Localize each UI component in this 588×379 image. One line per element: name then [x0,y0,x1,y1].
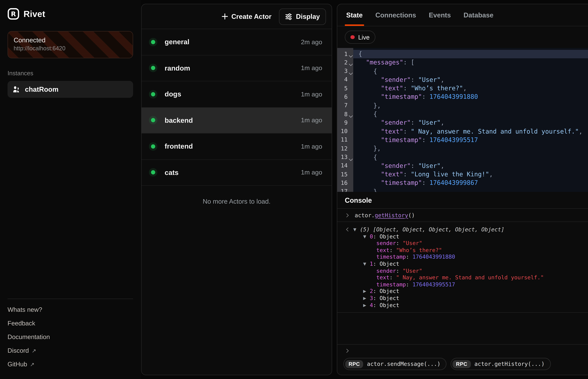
sidebar-item-instance[interactable]: chatRoom [8,81,133,98]
console-tree-row[interactable]: ▶ 4: Object [346,302,588,308]
triangle-icon[interactable]: ▶ [363,295,370,302]
code-line: "sender": "User", [353,76,588,84]
code-line: "messages": [ [353,58,588,67]
code-line: "text": " Nay, answer me. Stand and unfo… [353,127,588,136]
instances-list: chatRoom [8,81,133,98]
console-tree-row[interactable]: ▼ 0: Object [346,233,588,240]
tree-row-text: sender: "User" [376,267,422,274]
actor-row[interactable]: dogs 1m ago [142,81,332,108]
actor-row[interactable]: backend 1m ago [142,108,332,134]
display-button[interactable]: Display [279,8,326,25]
gutter-line: 9 [337,119,353,127]
sidebar-footer-link[interactable]: GitHub ↗ [8,361,133,368]
triangle-icon[interactable]: ▼ [363,233,370,240]
actor-status-dot [151,92,155,96]
rpc-shortcut-button[interactable]: RPC actor.sendMessage(...) [343,358,447,370]
console-input-echo: actor.getHistory() [337,209,588,222]
console-tree-row[interactable]: ▶ 3: Object [346,295,588,302]
gutter-line: 5 [337,84,353,93]
actor-name: dogs [165,90,181,98]
svg-text:R: R [11,10,16,18]
actor-status-dot [151,144,155,148]
code-line: }, [353,101,588,110]
code-line: { [353,67,588,76]
gutter-line: 8 [337,110,353,119]
sidebar-footer: Whats new? Feedback Documentation Discor… [8,299,133,374]
console-tree-row[interactable]: sender: "User" [346,240,588,247]
line-number: 8 [344,111,348,117]
console-tree-row[interactable]: text: "Who’s there?" [346,247,588,253]
actor-row[interactable]: cats 1m ago [142,160,332,186]
state-toolbar: Live [337,26,588,48]
gutter-line: 12 [337,144,353,153]
rpc-shortcut-button[interactable]: RPC actor.getHistory(...) [451,358,551,370]
console-tree-row[interactable]: text: " Nay, answer me. Stand and unfold… [346,274,588,281]
sidebar-footer-link[interactable]: Discord ↗ [8,347,133,354]
tree-row-text: text: "Who’s there?" [376,247,442,253]
create-actor-button[interactable]: Create Actor [218,8,275,25]
fold-chevron-icon[interactable] [349,157,352,160]
console-tree-row[interactable]: sender: "User" [346,267,588,274]
live-toggle[interactable]: Live [345,31,375,44]
actor-row[interactable]: general 2m ago [142,29,332,55]
inspector-tab[interactable]: Events [429,4,451,26]
connection-status: Connected [14,36,127,44]
gutter-line: 16 [337,179,353,188]
app-root: R Rivet Connected http://localhost:6420 … [0,0,588,379]
gutter-line: 13 [337,153,353,162]
console-tree-row[interactable]: ▼ 1: Object [346,261,588,267]
triangle-icon[interactable]: ▶ [363,288,370,295]
line-number: 15 [341,171,348,178]
editor-gutter: 1 2 3 4 5 6 [337,48,353,192]
sidebar-footer-link[interactable]: Documentation [8,333,133,340]
external-link-icon: ↗ [32,347,36,354]
fold-chevron-icon[interactable] [349,114,352,117]
actor-last-active: 1m ago [301,117,322,124]
actor-last-active: 1m ago [301,169,322,176]
no-more-actors-note: No more Actors to load. [142,198,332,205]
code-line: } [353,188,588,192]
external-link-icon: ↗ [30,361,34,367]
code-line: { [353,50,588,58]
tree-row-text: sender: "User" [376,240,422,247]
gutter-line: 6 [337,93,353,101]
console-tree-row[interactable]: ▶ 2: Object [346,288,588,295]
triangle-expanded-icon[interactable]: ▼ [353,226,360,233]
triangle-icon[interactable]: ▼ [363,261,370,267]
console-tree: ▼ 0: Object sender: "User" text: "Who’s … [346,233,588,308]
actor-row[interactable]: random 1m ago [142,55,332,81]
console-tree-row[interactable]: timestamp: 1764043991880 [346,254,588,261]
code-line: "timestamp": 1764043999867 [353,179,588,188]
console-empty-area [337,313,588,344]
tab-label: State [346,11,363,19]
state-json-editor[interactable]: 1 2 3 4 5 6 [337,48,588,192]
fold-chevron-icon[interactable] [349,71,352,74]
tree-row-text: 4: Object [370,302,399,308]
console-tree-row[interactable]: timestamp: 1764043995517 [346,281,588,288]
console-prompt[interactable] [337,344,588,356]
inspector-tab[interactable]: State [346,4,363,26]
sidebar-footer-link[interactable]: Whats new? [8,306,133,313]
gutter-line: 15 [337,170,353,179]
line-number: 11 [341,137,348,143]
actors-panel: Create Actor Display general [141,4,332,375]
inspector-tab[interactable]: Connections [375,4,416,26]
fold-chevron-icon[interactable] [349,63,352,65]
console-result-summary[interactable]: ▼ (5) [Object, Object, Object, Object, O… [346,226,588,233]
sidebar-footer-link[interactable]: Feedback [8,320,133,327]
gutter-line: 17 [337,188,353,192]
instance-label: chatRoom [25,86,58,93]
actor-row[interactable]: frontend 1m ago [142,134,332,160]
echo-expression: actor.getHistory() [355,212,415,219]
inspector-tab[interactable]: Database [463,4,493,26]
line-number: 14 [341,162,348,169]
console-header: Console [337,192,588,209]
tab-label: Connections [375,11,416,19]
editor-code: { "messages": [ { "sender": "User", "tex… [353,48,588,192]
line-number: 13 [341,154,348,160]
actor-status-dot [151,66,155,70]
gutter-line: 1 [337,50,353,58]
triangle-icon[interactable]: ▶ [363,302,370,308]
fold-chevron-icon[interactable] [349,54,352,57]
tree-row-text: 1: Object [370,261,399,267]
